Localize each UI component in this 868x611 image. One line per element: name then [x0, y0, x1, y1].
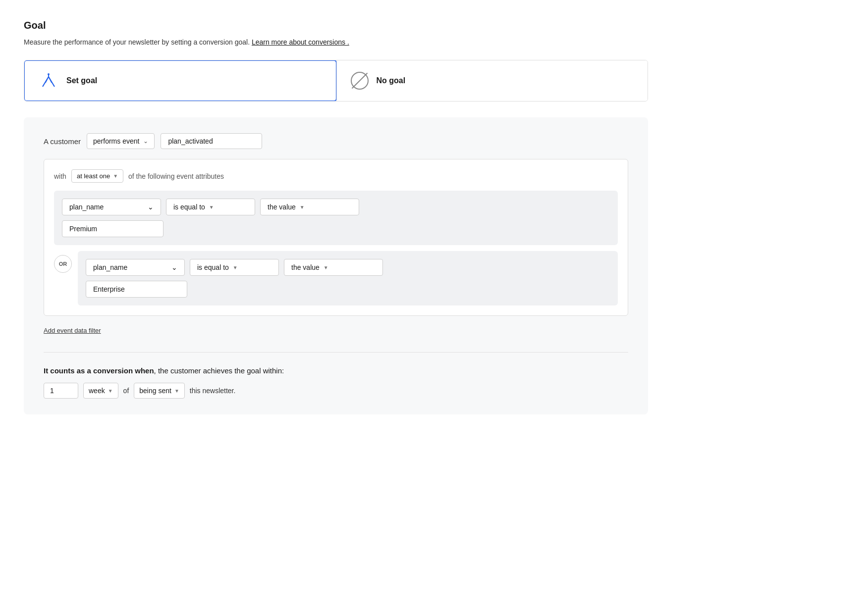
conversion-trigger-caret-icon: ▼: [174, 388, 179, 394]
filter-row-2-top: plan_name ⌄ is equal to ▼ the value ▼: [86, 259, 610, 276]
filter-row-1-top: plan_name ⌄ is equal to ▼ the value ▼: [62, 199, 610, 215]
svg-point-1: [48, 73, 50, 75]
filter-2-val-caret-icon: ▼: [324, 265, 328, 270]
filter-row-1: plan_name ⌄ is equal to ▼ the value ▼: [54, 191, 618, 245]
conversion-text-strong: It counts as a conversion when: [44, 366, 154, 375]
filter-2-attribute-value: plan_name: [93, 263, 127, 271]
filter-1-valuetype-dropdown[interactable]: the value ▼: [260, 199, 359, 215]
conversion-unit-value: week: [89, 387, 105, 395]
filter-2-op-caret-icon: ▼: [233, 265, 238, 270]
filter-2-attribute-dropdown[interactable]: plan_name ⌄: [86, 259, 185, 276]
quantifier-dropdown[interactable]: at least one ▼: [71, 169, 123, 183]
with-section: with at least one ▼ of the following eve…: [44, 159, 628, 316]
filter-1-operator-dropdown[interactable]: is equal to ▼: [166, 199, 255, 215]
conversion-trigger-dropdown[interactable]: being sent ▼: [134, 383, 185, 399]
page-title: Goal: [24, 20, 844, 31]
goal-content-box: A customer performs event ⌄ with at leas…: [24, 117, 648, 414]
learn-more-link[interactable]: Learn more about conversions .: [252, 38, 349, 46]
conversion-unit-caret-icon: ▼: [108, 388, 113, 394]
conversion-unit-dropdown[interactable]: week ▼: [83, 383, 118, 399]
filter-container: plan_name ⌄ is equal to ▼ the value ▼: [54, 191, 618, 306]
filter-2-operator-dropdown[interactable]: is equal to ▼: [190, 259, 279, 276]
conversion-section: It counts as a conversion when, the cust…: [44, 352, 628, 399]
filter-1-attribute-value: plan_name: [69, 203, 104, 211]
filter-2-valuetype-value: the value: [291, 263, 320, 271]
conversion-number-input[interactable]: [44, 383, 78, 399]
with-label: with: [54, 172, 66, 180]
page-description: Measure the performance of your newslett…: [24, 38, 844, 46]
event-input[interactable]: [161, 133, 262, 149]
filter-1-val-caret-icon: ▼: [300, 204, 305, 210]
add-event-data-filter-link[interactable]: Add event data filter: [44, 327, 101, 334]
filter-2-operator-value: is equal to: [197, 263, 229, 271]
conversion-suffix: this newsletter.: [190, 387, 236, 395]
filter-2-group: OR plan_name ⌄ is equal to ▼: [54, 251, 618, 306]
filter-1-value-input[interactable]: [62, 220, 163, 237]
goal-type-selector: Set goal No goal: [24, 60, 648, 102]
mountain-icon: [39, 71, 58, 91]
no-icon: [351, 72, 369, 90]
filter-row-2: plan_name ⌄ is equal to ▼ the value ▼: [78, 251, 618, 306]
filter-1-op-caret-icon: ▼: [209, 204, 214, 210]
no-goal-option[interactable]: No goal: [336, 60, 648, 101]
filter-1-valuetype-value: the value: [268, 203, 296, 211]
set-goal-label: Set goal: [66, 76, 97, 85]
filter-rows: plan_name ⌄ is equal to ▼ the value ▼: [54, 191, 618, 306]
of-label: of: [123, 387, 129, 395]
filter-1-operator-value: is equal to: [173, 203, 205, 211]
no-goal-label: No goal: [377, 76, 406, 85]
conversion-row: week ▼ of being sent ▼ this newsletter.: [44, 383, 628, 399]
or-badge: OR: [54, 255, 72, 273]
quantifier-caret-icon: ▼: [113, 173, 118, 179]
action-dropdown[interactable]: performs event ⌄: [87, 133, 155, 149]
action-chevron-icon: ⌄: [143, 138, 148, 145]
filter-2-value-input[interactable]: [86, 281, 187, 298]
conversion-trigger-value: being sent: [139, 387, 171, 395]
action-value: performs event: [93, 137, 139, 145]
of-text: of the following event attributes: [128, 172, 224, 180]
quantifier-value: at least one: [77, 172, 110, 180]
conversion-text-suffix: , the customer achieves the goal within:: [154, 366, 284, 375]
conversion-text: It counts as a conversion when, the cust…: [44, 366, 628, 375]
filter-2-valuetype-dropdown[interactable]: the value ▼: [284, 259, 383, 276]
filter-1-attribute-dropdown[interactable]: plan_name ⌄: [62, 199, 161, 215]
customer-row: A customer performs event ⌄: [44, 133, 628, 149]
set-goal-option[interactable]: Set goal: [24, 60, 337, 102]
with-row: with at least one ▼ of the following eve…: [54, 169, 618, 183]
filter-2-attr-chevron-icon: ⌄: [171, 263, 177, 271]
filter-1-attr-chevron-icon: ⌄: [148, 203, 154, 211]
customer-label: A customer: [44, 137, 81, 146]
